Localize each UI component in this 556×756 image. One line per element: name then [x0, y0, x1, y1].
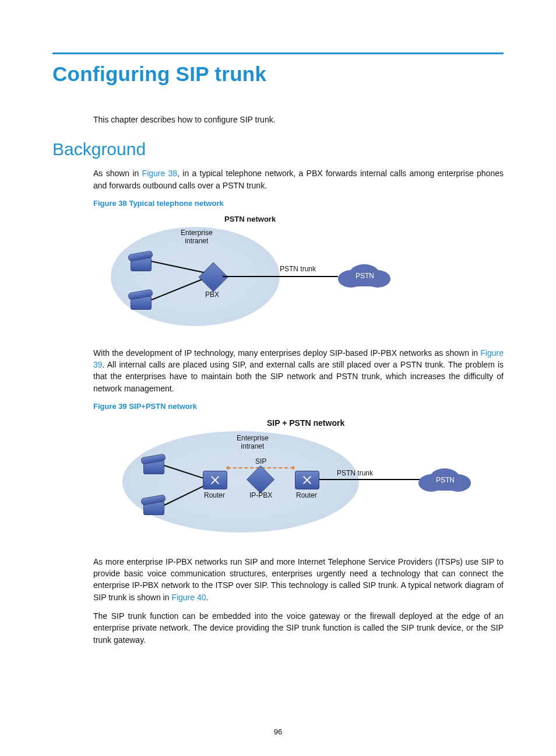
figure-38-caption: Figure 38 Typical telephone network	[93, 198, 504, 209]
paragraph-3: As more enterprise IP-PBX networks run S…	[93, 556, 504, 603]
pstn-trunk-label: PSTN trunk	[337, 468, 373, 478]
router-icon	[203, 471, 227, 489]
intranet-line1: Enterprise	[181, 229, 213, 237]
phone-icon	[128, 289, 153, 310]
para2-part-b: . All internal calls are placed using SI…	[93, 360, 504, 393]
background-block: As shown in Figure 38, in a typical tele…	[93, 167, 504, 646]
figure-39-caption: Figure 39 SIP+PSTN network	[93, 401, 504, 412]
page-number: 96	[0, 727, 556, 736]
router-label: Router	[204, 491, 225, 501]
header-rule	[52, 52, 504, 54]
para1-part-a: As shown in	[93, 169, 142, 178]
intro-paragraph: This chapter describes how to configure …	[93, 114, 504, 125]
para3-part-a: As more enterprise IP-PBX networks run S…	[93, 557, 504, 602]
phone-icon	[141, 494, 166, 515]
pstn-trunk-line	[319, 479, 421, 480]
figure-40-link[interactable]: Figure 40	[171, 593, 206, 602]
pstn-cloud-label: PSTN	[418, 467, 472, 494]
fig39-network-title: SIP + PSTN network	[267, 417, 344, 429]
pstn-trunk-line	[223, 276, 338, 277]
document-page: Configuring SIP trunk This chapter descr…	[0, 0, 556, 756]
pstn-cloud-icon: PSTN	[418, 467, 472, 494]
paragraph-2: With the development of IP technology, m…	[93, 347, 504, 394]
paragraph-1: As shown in Figure 38, in a typical tele…	[93, 167, 504, 191]
enterprise-intranet-label: Enterprise intranet	[181, 229, 213, 246]
chapter-title: Configuring SIP trunk	[52, 62, 504, 86]
figure-38-link[interactable]: Figure 38	[142, 169, 178, 178]
figure-39-diagram: SIP + PSTN network Enterprise intranet R…	[104, 417, 477, 540]
intranet-line2: intranet	[241, 442, 264, 450]
intranet-line1: Enterprise	[237, 434, 269, 442]
intranet-line2: intranet	[185, 237, 208, 245]
phone-icon	[128, 250, 153, 271]
pstn-cloud-label: PSTN	[338, 263, 392, 290]
phone-icon	[141, 453, 166, 474]
pstn-trunk-label: PSTN trunk	[280, 264, 316, 274]
paragraph-4: The SIP trunk function can be embedded i…	[93, 610, 504, 646]
enterprise-intranet-label: Enterprise intranet	[237, 435, 269, 451]
pstn-cloud-icon: PSTN	[338, 263, 392, 290]
router-icon	[295, 471, 319, 489]
figure-38-diagram: PSTN network Enterprise intranet PBX PST…	[93, 214, 408, 331]
fig38-network-title: PSTN network	[224, 214, 276, 225]
router-label: Router	[296, 491, 317, 501]
pbx-label: PBX	[205, 290, 219, 300]
intro-block: This chapter describes how to configure …	[93, 114, 504, 125]
ip-pbx-label: IP-PBX	[249, 491, 272, 501]
para2-part-a: With the development of IP technology, m…	[93, 348, 480, 358]
para3-part-b: .	[206, 593, 209, 602]
section-heading-background: Background	[52, 139, 504, 159]
sip-label: SIP	[255, 457, 266, 467]
